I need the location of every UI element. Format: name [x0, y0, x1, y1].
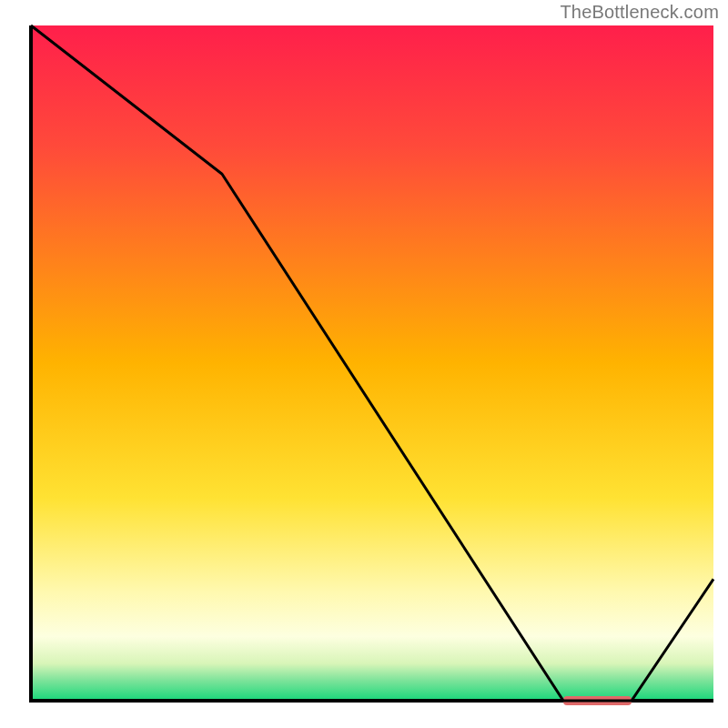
chart-container: TheBottleneck.com [0, 0, 728, 728]
watermark-text: TheBottleneck.com [560, 2, 719, 23]
bottleneck-chart [0, 0, 728, 728]
chart-background [31, 25, 713, 701]
